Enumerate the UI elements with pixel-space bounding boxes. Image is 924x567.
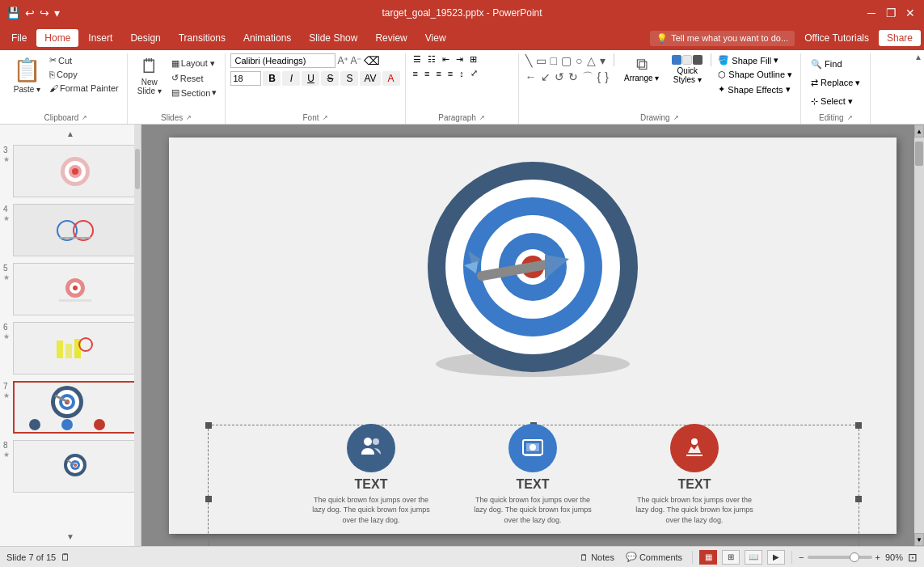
restore-button[interactable]: ❐ bbox=[884, 6, 898, 20]
slide-show-button[interactable]: ▶ bbox=[767, 550, 785, 565]
shape-arrow4-icon[interactable]: ↻ bbox=[567, 70, 580, 86]
slide-item-4[interactable]: 4 ★ bbox=[2, 202, 139, 258]
shape-rect2-icon[interactable]: □ bbox=[549, 53, 559, 68]
menu-animations[interactable]: Animations bbox=[235, 29, 299, 47]
reading-view-button[interactable]: 📖 bbox=[745, 550, 762, 565]
font-size-down-icon[interactable]: A⁻ bbox=[350, 55, 361, 66]
bullet-list-button[interactable]: ☰ bbox=[411, 53, 424, 66]
vscroll-thumb[interactable] bbox=[915, 142, 923, 166]
zoom-in-icon[interactable]: + bbox=[875, 552, 880, 562]
zoom-thumb[interactable] bbox=[850, 552, 859, 562]
normal-view-button[interactable]: ▦ bbox=[699, 550, 717, 565]
slide-item-3[interactable]: 3 ★ bbox=[2, 143, 139, 199]
save-icon[interactable]: 💾 bbox=[6, 6, 20, 19]
close-button[interactable]: ✕ bbox=[903, 6, 918, 20]
shape-triangle-icon[interactable]: △ bbox=[585, 53, 597, 68]
slide-item-5[interactable]: 5 ★ bbox=[2, 261, 139, 317]
font-family-input[interactable] bbox=[230, 53, 335, 68]
layout-button[interactable]: ▦ Layout ▾ bbox=[168, 57, 221, 70]
menu-design[interactable]: Design bbox=[122, 29, 168, 47]
clear-format-icon[interactable]: ⌫ bbox=[364, 54, 380, 67]
menu-home[interactable]: Home bbox=[36, 29, 78, 47]
shape-arrow3-icon[interactable]: ↺ bbox=[553, 70, 566, 86]
shape-connector-icon[interactable]: ⌒ bbox=[580, 70, 595, 86]
vscroll-down-button[interactable]: ▼ bbox=[914, 533, 924, 546]
clipboard-expand-icon[interactable]: ↗ bbox=[82, 114, 87, 121]
customize-icon[interactable]: ▾ bbox=[54, 6, 60, 19]
office-tutorials-link[interactable]: Office Tutorials bbox=[804, 32, 869, 44]
shape-arrow2-icon[interactable]: ↙ bbox=[539, 70, 552, 86]
undo-icon[interactable]: ↩ bbox=[25, 6, 35, 19]
drawing-expand-icon[interactable]: ↗ bbox=[673, 114, 679, 121]
zoom-slider[interactable]: − + bbox=[799, 552, 880, 562]
shape-brace-icon[interactable]: { bbox=[596, 70, 603, 86]
cut-button[interactable]: ✂ Cut bbox=[46, 53, 122, 67]
justify-button[interactable]: ≡ bbox=[445, 68, 455, 79]
bold-button[interactable]: B bbox=[263, 71, 281, 86]
underline-button[interactable]: U bbox=[302, 71, 319, 86]
menu-view[interactable]: View bbox=[417, 29, 454, 47]
decrease-indent-button[interactable]: ⇤ bbox=[440, 53, 452, 66]
menu-insert[interactable]: Insert bbox=[80, 29, 120, 47]
line-spacing-button[interactable]: ↕ bbox=[457, 68, 466, 79]
slide-item-6[interactable]: 6 ★ bbox=[2, 320, 139, 376]
align-center-button[interactable]: ≡ bbox=[422, 68, 432, 79]
canvas-vscrollbar[interactable]: ▲ ▼ bbox=[914, 125, 924, 546]
minimize-button[interactable]: ─ bbox=[864, 6, 879, 20]
collapse-ribbon-button[interactable]: ▲ bbox=[914, 52, 922, 61]
scroll-up-button[interactable]: ▲ bbox=[2, 128, 139, 140]
text-direction-button[interactable]: ⤢ bbox=[468, 67, 480, 79]
slides-expand-icon[interactable]: ↗ bbox=[186, 114, 192, 121]
columns-button[interactable]: ⊞ bbox=[467, 53, 479, 66]
comments-button[interactable]: 💬 Comments bbox=[622, 551, 686, 563]
paste-button[interactable]: 📋 bbox=[10, 55, 44, 85]
shape-fill-button[interactable]: 🪣 Shape Fill ▾ bbox=[715, 53, 795, 67]
align-left-button[interactable]: ≡ bbox=[411, 68, 420, 79]
shape-arrow1-icon[interactable]: ← bbox=[524, 70, 538, 86]
paragraph-expand-icon[interactable]: ↗ bbox=[479, 114, 485, 121]
numbered-list-button[interactable]: ☷ bbox=[425, 53, 438, 66]
reset-button[interactable]: ↺ Reset bbox=[168, 71, 221, 85]
fit-slide-button[interactable]: ⊡ bbox=[908, 551, 918, 564]
shape-rect-icon[interactable]: ▭ bbox=[534, 53, 548, 68]
share-button[interactable]: Share bbox=[879, 30, 921, 46]
shape-more-icon[interactable]: ▾ bbox=[598, 53, 607, 68]
menu-slideshow[interactable]: Slide Show bbox=[301, 29, 365, 47]
shape-line-icon[interactable]: ╲ bbox=[524, 53, 534, 68]
find-button[interactable]: 🔍 Find bbox=[806, 57, 846, 72]
quick-styles-button[interactable]: Quick Styles ▾ bbox=[667, 53, 707, 86]
format-painter-button[interactable]: 🖌 Format Painter bbox=[46, 82, 122, 95]
notes-button[interactable]: 🗒 Notes bbox=[576, 552, 618, 563]
menu-transitions[interactable]: Transitions bbox=[171, 29, 234, 47]
shape-brace2-icon[interactable]: } bbox=[603, 70, 610, 86]
menu-review[interactable]: Review bbox=[367, 29, 415, 47]
zoom-track[interactable] bbox=[808, 556, 872, 559]
scroll-down-button[interactable]: ▼ bbox=[2, 531, 139, 543]
slide-item-8[interactable]: 8 ★ bbox=[2, 438, 139, 494]
shape-outline-button[interactable]: ⬡ Shape Outline ▾ bbox=[715, 68, 795, 82]
increase-indent-button[interactable]: ⇥ bbox=[454, 53, 466, 66]
shape-ellipse-icon[interactable]: ○ bbox=[574, 53, 584, 68]
font-size-input[interactable] bbox=[230, 71, 261, 86]
paste-label[interactable]: Paste ▾ bbox=[14, 85, 40, 94]
italic-button[interactable]: I bbox=[282, 71, 300, 86]
select-button[interactable]: ⊹ Select ▾ bbox=[806, 94, 858, 109]
redo-icon[interactable]: ↪ bbox=[40, 6, 49, 19]
copy-button[interactable]: ⎘ Copy bbox=[46, 68, 122, 81]
font-color-button[interactable]: A bbox=[382, 71, 400, 86]
font-expand-icon[interactable]: ↗ bbox=[323, 114, 328, 121]
shadow-button[interactable]: S bbox=[340, 71, 358, 86]
font-size-up-icon[interactable]: A⁺ bbox=[337, 55, 348, 66]
shape-rounded-icon[interactable]: ▢ bbox=[559, 53, 573, 68]
menu-file[interactable]: File bbox=[3, 29, 35, 47]
shape-effects-button[interactable]: ✦ Shape Effects ▾ bbox=[715, 83, 795, 96]
arrange-button[interactable]: ⧉ Arrange ▾ bbox=[618, 53, 665, 84]
slide-sorter-button[interactable]: ⊞ bbox=[722, 550, 740, 565]
zoom-level[interactable]: 90% bbox=[885, 552, 903, 562]
editing-expand-icon[interactable]: ↗ bbox=[847, 114, 853, 121]
vscroll-up-button[interactable]: ▲ bbox=[914, 125, 924, 138]
panel-scrollbar[interactable] bbox=[134, 125, 141, 546]
tell-me-input[interactable]: 💡 Tell me what you want to do... bbox=[650, 31, 795, 46]
align-right-button[interactable]: ≡ bbox=[433, 68, 443, 79]
char-spacing-button[interactable]: AV bbox=[360, 71, 380, 86]
